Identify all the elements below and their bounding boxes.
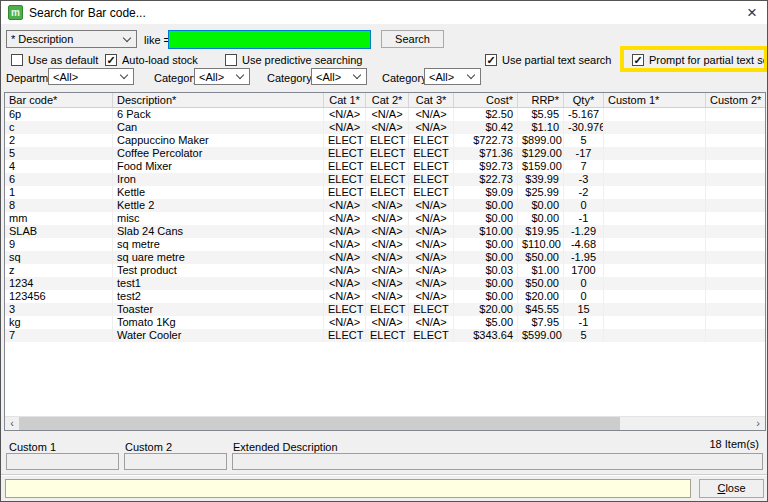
search-field-dropdown[interactable]: * Description: [6, 30, 137, 48]
table-cell: [604, 160, 706, 173]
table-cell: -1: [564, 212, 604, 225]
table-row[interactable]: kgTomato 1Kg<N/A><N/A><N/A>$5.00$7.95-1: [5, 316, 765, 329]
checkbox-label: Auto-load stock: [122, 54, 198, 66]
table-cell: [604, 199, 706, 212]
column-header[interactable]: Cat 2*: [366, 93, 409, 107]
table-cell: 1700: [564, 264, 604, 277]
table-row[interactable]: SLABSlab 24 Cans<N/A><N/A><N/A>$10.00$19…: [5, 225, 765, 238]
table-row[interactable]: 6p6 Pack<N/A><N/A><N/A>$2.50$5.95-5.167: [5, 108, 765, 121]
table-row[interactable]: sqsq uare metre<N/A><N/A><N/A>$0.00$50.0…: [5, 251, 765, 264]
column-header[interactable]: Cat 1*: [324, 93, 366, 107]
category2-dropdown[interactable]: <All>: [311, 68, 367, 85]
column-header[interactable]: Custom 2*: [706, 93, 765, 107]
checkbox-icon: [225, 54, 237, 66]
table-cell: ELECT: [409, 329, 454, 342]
search-button[interactable]: Search: [381, 30, 444, 48]
table-cell: 15: [564, 303, 604, 316]
table-cell: -3: [564, 173, 604, 186]
table-cell: <N/A>: [409, 225, 454, 238]
table-row[interactable]: zTest product<N/A><N/A><N/A>$0.03$1.0017…: [5, 264, 765, 277]
search-input[interactable]: [168, 30, 371, 49]
table-cell: <N/A>: [366, 225, 409, 238]
table-cell: $899.00: [518, 134, 564, 147]
horizontal-scrollbar[interactable]: ‹ ›: [5, 416, 765, 430]
table-row[interactable]: 8Kettle 2<N/A><N/A><N/A>$0.00$0.000: [5, 199, 765, 212]
table-cell: [706, 121, 765, 134]
column-header[interactable]: RRP*: [518, 93, 564, 107]
table-row[interactable]: 3ToasterELECTELECTELECT$20.00$45.5515: [5, 303, 765, 316]
table-cell: <N/A>: [366, 290, 409, 303]
checkbox-use-as-default[interactable]: Use as default: [11, 53, 98, 67]
category2-value: <All>: [316, 71, 350, 83]
table-cell: $50.00: [518, 251, 564, 264]
table-row[interactable]: 9sq metre<N/A><N/A><N/A>$0.00$110.00-4.6…: [5, 238, 765, 251]
table-row[interactable]: 7Water CoolerELECTELECTELECT$343.64$599.…: [5, 329, 765, 342]
table-cell: z: [5, 264, 113, 277]
table-cell: [706, 251, 765, 264]
table-cell: [706, 316, 765, 329]
table-row[interactable]: mmmisc<N/A><N/A><N/A>$0.00$0.00-1: [5, 212, 765, 225]
table-cell: [604, 186, 706, 199]
barcode-prompt-input[interactable]: [5, 479, 691, 498]
table-cell: 1234: [5, 277, 113, 290]
table-cell: $0.00: [454, 290, 518, 303]
department-dropdown[interactable]: <All>: [48, 68, 134, 85]
checkbox-label: Use partial text search: [502, 54, 611, 66]
table-cell: ELECT: [366, 173, 409, 186]
table-cell: <N/A>: [366, 316, 409, 329]
table-row[interactable]: 123456test2<N/A><N/A><N/A>$0.00$20.000: [5, 290, 765, 303]
table-cell: [604, 212, 706, 225]
custom1-label: Custom 1: [9, 441, 56, 453]
scroll-left-icon[interactable]: ‹: [5, 417, 19, 430]
table-cell: ELECT: [366, 160, 409, 173]
checkbox-auto-load-stock[interactable]: Auto-load stock: [105, 53, 198, 67]
table-row[interactable]: 1KettleELECTELECTELECT$9.09$25.99-2: [5, 186, 765, 199]
custom1-field[interactable]: [6, 453, 119, 470]
scrollbar-thumb[interactable]: [19, 417, 620, 430]
table-cell: -2: [564, 186, 604, 199]
table-row[interactable]: cCan<N/A><N/A><N/A>$0.42$1.10-30.976: [5, 121, 765, 134]
table-cell: [706, 303, 765, 316]
table-row[interactable]: 4Food MixerELECTELECTELECT$92.73$159.007: [5, 160, 765, 173]
column-header[interactable]: Cat 3*: [409, 93, 454, 107]
close-window-icon[interactable]: ×: [747, 2, 757, 23]
extended-description-field[interactable]: [232, 453, 763, 470]
checkbox-use-partial-text-search[interactable]: Use partial text search: [485, 53, 611, 67]
table-header: Bar code*Description*Cat 1*Cat 2*Cat 3*C…: [5, 93, 765, 108]
table-cell: <N/A>: [324, 264, 366, 277]
table-cell: 8: [5, 199, 113, 212]
table-cell: Kettle: [113, 186, 324, 199]
checkbox-prompt-for-partial-text-search[interactable]: Prompt for partial text search: [632, 53, 768, 67]
category1-dropdown[interactable]: <All>: [194, 68, 250, 85]
table-cell: sq: [5, 251, 113, 264]
column-header[interactable]: Description*: [113, 93, 324, 107]
table-cell: <N/A>: [324, 290, 366, 303]
table-cell: $19.95: [518, 225, 564, 238]
table-cell: <N/A>: [409, 251, 454, 264]
checkbox-use-predictive-searching[interactable]: Use predictive searching: [225, 53, 362, 67]
table-cell: ELECT: [409, 160, 454, 173]
table-row[interactable]: 2Cappuccino MakerELECTELECTELECT$722.73$…: [5, 134, 765, 147]
category1-value: <All>: [199, 71, 233, 83]
table-cell: ELECT: [324, 303, 366, 316]
column-header[interactable]: Cost*: [454, 93, 518, 107]
column-header[interactable]: Custom 1*: [604, 93, 706, 107]
custom2-field[interactable]: [124, 453, 227, 470]
table-cell: 6 Pack: [113, 108, 324, 121]
close-button[interactable]: Close: [699, 479, 764, 498]
column-header[interactable]: Qty*: [564, 93, 604, 107]
table-cell: <N/A>: [324, 238, 366, 251]
table-cell: 0: [564, 290, 604, 303]
category3-dropdown[interactable]: <All>: [424, 68, 481, 85]
column-header[interactable]: Bar code*: [5, 93, 113, 107]
table-cell: $110.00: [518, 238, 564, 251]
table-row[interactable]: 5Coffee PercolatorELECTELECTELECT$71.36$…: [5, 147, 765, 160]
table-row[interactable]: 1234test1<N/A><N/A><N/A>$0.00$50.000: [5, 277, 765, 290]
table-cell: ELECT: [409, 303, 454, 316]
table-row[interactable]: 6IronELECTELECTELECT$22.73$39.99-3: [5, 173, 765, 186]
table-cell: -1: [564, 316, 604, 329]
table-cell: ELECT: [366, 186, 409, 199]
table-cell: test1: [113, 277, 324, 290]
scroll-right-icon[interactable]: ›: [751, 417, 765, 430]
table-cell: <N/A>: [409, 199, 454, 212]
